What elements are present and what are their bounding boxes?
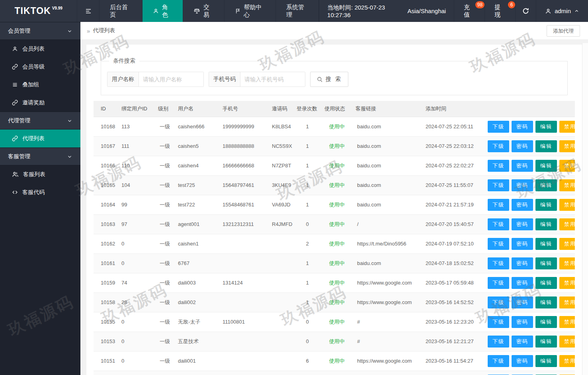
subordinate-button[interactable]: 下级 <box>488 140 509 152</box>
subordinate-button[interactable]: 下级 <box>488 160 509 172</box>
disable-button[interactable]: 禁用 <box>559 296 575 308</box>
disable-button[interactable]: 禁用 <box>559 121 575 133</box>
sidebar-item-6[interactable]: 代理列表 <box>0 130 80 147</box>
edit-button[interactable]: 编辑 <box>535 296 557 308</box>
nav-item-3[interactable]: 帮助中心 <box>224 0 275 22</box>
disable-button[interactable]: 禁用 <box>559 199 575 211</box>
sidebar-item-9[interactable]: 客服代码 <box>0 183 80 201</box>
subordinate-button[interactable]: 下级 <box>488 316 509 328</box>
row-actions: 下级密码编辑禁用 <box>484 214 575 234</box>
cell-6: 2 <box>293 234 321 253</box>
column-header-4: 手机号 <box>219 101 269 117</box>
edit-button[interactable]: 编辑 <box>535 160 557 172</box>
subordinate-button[interactable]: 下级 <box>488 277 509 289</box>
cell-2: 一级 <box>155 234 175 253</box>
disable-button[interactable]: 禁用 <box>559 277 575 289</box>
cell-2: 一级 <box>155 332 175 351</box>
password-button[interactable]: 密码 <box>512 121 533 133</box>
subordinate-button[interactable]: 下级 <box>488 355 509 367</box>
disable-button[interactable]: 禁用 <box>559 257 575 269</box>
password-button[interactable]: 密码 <box>512 218 533 230</box>
app-logo[interactable]: TIKTOKV9.99 <box>0 0 77 22</box>
user-icon <box>153 8 159 14</box>
cell-5 <box>269 234 293 253</box>
cell-8: https://www.google.com <box>352 273 421 293</box>
disable-button[interactable]: 禁用 <box>559 238 575 250</box>
table-row: 1016499一级test72215548468761VA69JD1使用中bai… <box>94 195 575 214</box>
edit-button[interactable]: 编辑 <box>535 121 557 133</box>
edit-button[interactable]: 编辑 <box>535 336 557 348</box>
password-button[interactable]: 密码 <box>512 355 533 367</box>
sidebar-group-label: 会员管理 <box>8 27 30 35</box>
sidebar-toggle-button[interactable] <box>77 0 99 22</box>
nav-item-0[interactable]: 后台首页 <box>99 0 142 22</box>
cell-5: K8LBS4 <box>269 117 293 136</box>
scrollbar-track[interactable] <box>582 43 588 375</box>
recharge-button[interactable]: 充值 98 <box>454 0 484 22</box>
user-menu[interactable]: admin <box>536 0 588 22</box>
cell-2: 一级 <box>155 214 175 234</box>
disable-button[interactable]: 禁用 <box>559 140 575 152</box>
cell-0: 10158 <box>94 293 118 312</box>
password-button[interactable]: 密码 <box>512 160 533 172</box>
cell-1: 110 <box>118 156 155 175</box>
password-button[interactable]: 密码 <box>512 316 533 328</box>
refresh-button[interactable] <box>515 0 536 22</box>
sidebar-item-8[interactable]: 客服列表 <box>0 165 80 183</box>
password-button[interactable]: 密码 <box>512 179 533 191</box>
edit-button[interactable]: 编辑 <box>535 140 557 152</box>
password-button[interactable]: 密码 <box>512 257 533 269</box>
subordinate-button[interactable]: 下级 <box>488 257 509 269</box>
disable-button[interactable]: 禁用 <box>559 179 575 191</box>
disable-button[interactable]: 禁用 <box>559 355 575 367</box>
cell-5: VA69JD <box>269 195 293 214</box>
disable-button[interactable]: 禁用 <box>559 218 575 230</box>
nav-item-1[interactable]: 角色 <box>142 0 183 22</box>
edit-button[interactable]: 编辑 <box>535 316 557 328</box>
nav-item-4[interactable]: 系统管理 <box>275 0 319 22</box>
subordinate-button[interactable]: 下级 <box>488 218 509 230</box>
disable-button[interactable]: 禁用 <box>559 316 575 328</box>
edit-button[interactable]: 编辑 <box>535 238 557 250</box>
subordinate-button[interactable]: 下级 <box>488 238 509 250</box>
cell-8: # <box>352 312 421 332</box>
disable-button[interactable]: 禁用 <box>559 336 575 348</box>
sidebar-group-0[interactable]: 会员管理 <box>0 22 80 40</box>
edit-button[interactable]: 编辑 <box>535 199 557 211</box>
password-button[interactable]: 密码 <box>512 140 533 152</box>
password-button[interactable]: 密码 <box>512 296 533 308</box>
edit-button[interactable]: 编辑 <box>535 355 557 367</box>
sidebar-group-7[interactable]: 客服管理 <box>0 147 80 165</box>
column-header-2: 级别 <box>155 101 175 117</box>
sidebar-item-3[interactable]: 叠加组 <box>0 76 80 94</box>
withdraw-button[interactable]: 提现 6 <box>484 0 515 22</box>
edit-button[interactable]: 编辑 <box>535 179 557 191</box>
cell-9: 2023-05-15 09:11:02 <box>421 371 484 375</box>
subordinate-button[interactable]: 下级 <box>488 179 509 191</box>
disable-button[interactable]: 禁用 <box>559 160 575 172</box>
subordinate-button[interactable]: 下级 <box>488 296 509 308</box>
edit-button[interactable]: 编辑 <box>535 218 557 230</box>
password-button[interactable]: 密码 <box>512 199 533 211</box>
edit-button[interactable]: 编辑 <box>535 277 557 289</box>
password-button[interactable]: 密码 <box>512 336 533 348</box>
sidebar-item-1[interactable]: 会员列表 <box>0 40 80 58</box>
edit-button[interactable]: 编辑 <box>535 257 557 269</box>
subordinate-button[interactable]: 下级 <box>488 336 509 348</box>
subordinate-button[interactable]: 下级 <box>488 199 509 211</box>
cell-4: 19999999999 <box>219 117 269 136</box>
username-label: admin <box>555 8 571 14</box>
password-button[interactable]: 密码 <box>512 277 533 289</box>
sidebar-item-2[interactable]: 会员等级 <box>0 58 80 76</box>
search-button[interactable]: 搜 索 <box>310 72 348 87</box>
username-input[interactable] <box>139 72 203 86</box>
add-agent-button[interactable]: 添加代理 <box>547 25 580 37</box>
cell-0: 10161 <box>94 253 118 273</box>
phone-input[interactable] <box>240 72 305 86</box>
nav-item-2[interactable]: 交易 <box>183 0 224 22</box>
password-button[interactable]: 密码 <box>512 238 533 250</box>
subordinate-button[interactable]: 下级 <box>488 121 509 133</box>
cell-3: caishen5 <box>175 136 219 156</box>
sidebar-group-5[interactable]: 代理管理 <box>0 112 80 130</box>
sidebar-item-4[interactable]: 邀请奖励 <box>0 94 80 112</box>
